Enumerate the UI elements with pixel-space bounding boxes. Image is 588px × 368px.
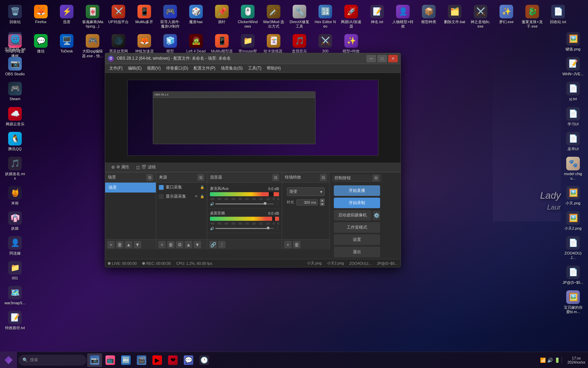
desktop-icon-up[interactable]: ⚔️ UP对战平台 [106, 3, 131, 31]
desktop-icon-yuyuan[interactable]: 🌐 元宇宙环. txt [3, 30, 27, 53]
transition-delete-button[interactable]: 🗑 [293, 241, 300, 248]
menu-tools[interactable]: 工具(T) [245, 64, 264, 73]
settings-button[interactable]: 设置 [334, 234, 380, 245]
taskbar-item-easylang[interactable]: 🔤 [118, 353, 133, 367]
desktop-icon-directx[interactable]: 🔧 DirectX修复工具 [287, 3, 312, 31]
desktop-icon-mahjong[interactable]: 🀄 雀魂麻将(Mahjong...) [80, 3, 105, 31]
source-item-window[interactable]: 窗口采集 🔒 [156, 183, 207, 192]
desktop-icon-jp[interactable]: 📄 JP@(5~$5... [561, 263, 585, 287]
source-settings-button[interactable]: ⚙ [176, 241, 183, 248]
source-copy-button[interactable]: ⧉ [197, 174, 204, 181]
source-delete-button[interactable]: 🗑 [167, 241, 175, 248]
properties-tab[interactable]: ⚙ ⚙ 属性 [108, 163, 133, 171]
desktop-icon-jianpan[interactable]: 🖼️ 键值.png [561, 30, 585, 53]
start-button[interactable] [0, 352, 17, 368]
source-down-button[interactable]: ▼ [194, 241, 201, 248]
menu-help[interactable]: 帮助(H) [264, 64, 283, 73]
transition-add-button[interactable]: + [284, 241, 292, 248]
menu-edit[interactable]: 编辑(E) [125, 64, 144, 73]
taskbar-item-red[interactable]: ❤ [165, 353, 180, 367]
start-record-button[interactable]: 开始录制 [334, 198, 380, 208]
desktop-icon-wuzu[interactable]: 📄 巫卒UI [561, 130, 585, 153]
desktop-icon-xiaotian2[interactable]: 🖼️ 小天2.png [561, 209, 585, 233]
desktop-icon-wechat[interactable]: 💬 微信 [29, 32, 53, 60]
desktop-icon-tencent-qq[interactable]: 🐧 腾讯QQ [3, 130, 27, 153]
desktop-icon-recycletxt[interactable]: 📄 回收站.txt [546, 3, 570, 31]
desktop-icon-baobei[interactable]: 🖼️ 宝贝嫁的你爱bl.m... [561, 288, 585, 316]
taskbar-item-chat[interactable]: 💬 [181, 353, 196, 367]
transition-type-select[interactable]: 渐变 ▾ [287, 187, 325, 196]
desktop-icon-shenge[interactable]: 📝 神名.txt [365, 3, 389, 31]
duration-up-button[interactable]: ▲ [320, 199, 325, 202]
controls-copy-button[interactable]: ⧉ [373, 174, 379, 181]
virtual-cam-button[interactable]: 启动虚拟摄像机 [334, 210, 371, 220]
menu-profile[interactable]: 配置文件(P) [191, 64, 218, 73]
desktop-icon-war3mod[interactable]: 🗡️ War3Mod·选出方式 [261, 3, 286, 31]
desktop-icon-modeltype[interactable]: 📦 模型种类 [416, 3, 441, 31]
desktop-icon-mengyue[interactable]: ✨ 梦幻.exe [494, 3, 519, 31]
desktop-icon-todesk[interactable]: 🖥️ ToDesk [54, 32, 79, 60]
scene-down-button[interactable]: ▼ [134, 241, 141, 248]
menu-file[interactable]: 文件(F) [107, 64, 125, 73]
studio-mode-button[interactable]: 工作室模式 [334, 222, 380, 233]
source-add-button[interactable]: + [158, 241, 166, 248]
taskbar-item-youtube[interactable]: ▶ [150, 353, 165, 367]
scene-item-default[interactable]: 场景 [105, 183, 156, 193]
taskbar-item-obs2[interactable]: 🎬 [134, 353, 149, 367]
desktop-icon-modelchigu[interactable]: 🐾 model chigu... [561, 155, 585, 183]
desktop-icon-zoo[interactable]: 📄 ZOO4OU)J... [561, 234, 585, 262]
transition-copy-button[interactable]: ⧉ [320, 174, 327, 181]
mixer-desktop-more-button[interactable]: ⋮ [275, 226, 279, 231]
source-up-button[interactable]: ▲ [185, 241, 192, 248]
desktop-icon-thunder[interactable]: ⚡ 迅雷 [54, 3, 79, 31]
desktop-icon-yaoniang3[interactable]: 👘 妖娘 [3, 209, 27, 233]
mixer-more-button[interactable]: ⋮ [218, 241, 226, 248]
desktop-icon-rpg[interactable]: 🎮 大阳rpg编辑器.exe - 快... [80, 32, 105, 60]
source-item-display[interactable]: 显示器采集 👁 🔒 [156, 192, 207, 201]
desktop-icon-steam[interactable]: 🎮 Steam [3, 80, 27, 103]
desktop-icon-blizzardhax[interactable]: 🎲 魔兽hax [184, 3, 208, 31]
virtual-cam-settings-button[interactable]: ⚙️ [373, 211, 380, 220]
desktop-icon-hexeditor[interactable]: 🔢 Hex Editor Neo [313, 3, 338, 31]
desktop-icon-whn[interactable]: 📝 WHN~JVE... [561, 55, 585, 78]
desktop-icon-recycle[interactable]: 🗑️ 回收站 [3, 3, 27, 31]
desktop-icon-xiaotian[interactable]: 🖼️ 小天.png [561, 184, 585, 208]
mixer-mic-more-button[interactable]: ⋮ [275, 202, 279, 206]
desktop-icon-mumu[interactable]: 📱 MuMu多开 [132, 3, 157, 31]
close-button[interactable]: ✕ [388, 55, 398, 62]
desktop-icon-shuangdao[interactable]: 🎮 双导入插件·魔兽UI制作(eg) [158, 3, 182, 31]
mixer-copy-button[interactable]: ⧉ [272, 174, 279, 181]
menu-scenecollection[interactable]: 场景集合(S) [218, 64, 245, 73]
taskbar-item-obs[interactable]: 📷 [87, 353, 102, 367]
desktop-icon-yjtxt[interactable]: 📄 yj.txt [561, 80, 585, 103]
maximize-button[interactable]: □ [377, 55, 387, 62]
scene-add-button[interactable]: + [107, 241, 115, 248]
desktop-icon-canglong[interactable]: 🐉 蓬莱龙珠+龙子.exe [520, 3, 544, 31]
duration-down-button[interactable]: ▼ [320, 202, 325, 206]
minimize-button[interactable]: ─ [366, 55, 376, 62]
taskbar-item-clock2[interactable]: 🕐 [197, 353, 212, 367]
mixer-mic-vol-bar[interactable] [215, 203, 274, 204]
desktop-icon-001[interactable]: 📁 001 [3, 259, 27, 282]
taskbar-search[interactable]: 🔍 搜索 [18, 355, 86, 366]
desktop-icon-yaoniang[interactable]: 🎵 妖娘改名.mix [3, 155, 27, 183]
start-stream-button[interactable]: 开始直播 [334, 185, 380, 196]
desktop-icon-renmodel[interactable]: 👤 人物模型+特效 [391, 3, 415, 31]
taskbar-clock[interactable]: 17:xx 2024/xx/xx [565, 356, 588, 364]
scene-copy-button[interactable]: ⧉ [146, 174, 153, 181]
transition-duration-input[interactable] [296, 199, 318, 205]
mixer-desktop-vol-bar[interactable] [215, 228, 274, 229]
desktop-icon-shenzidi[interactable]: ⚔️ 神之圣地8c.exe [468, 3, 493, 31]
menu-view[interactable]: 视图(V) [144, 64, 163, 73]
desktop-icon-texiao[interactable]: 📝 特效路径.txt [3, 309, 27, 332]
desktop-icon-pin[interactable]: 📌 插针 [210, 3, 234, 31]
mixer-link-button[interactable]: 🔗 [209, 241, 217, 248]
desktop-icon-mifeng[interactable]: 🍯 米裕 [3, 184, 27, 208]
filters-tab[interactable]: ◫ 🎬 滤镜 [133, 163, 159, 171]
desktop-icon-war3maps[interactable]: 🗺️ war3mapS... [3, 284, 27, 307]
desktop-icon-clicker[interactable]: 🖱️ ClickerWindows [235, 3, 260, 31]
desktop-icon-xuyitxt[interactable]: 📄 学习UI [561, 105, 585, 128]
taskbar-item-bilibili[interactable]: 📺 [103, 353, 118, 367]
scene-up-button[interactable]: ▲ [125, 241, 132, 248]
scene-delete-button[interactable]: 🗑 [116, 241, 124, 248]
